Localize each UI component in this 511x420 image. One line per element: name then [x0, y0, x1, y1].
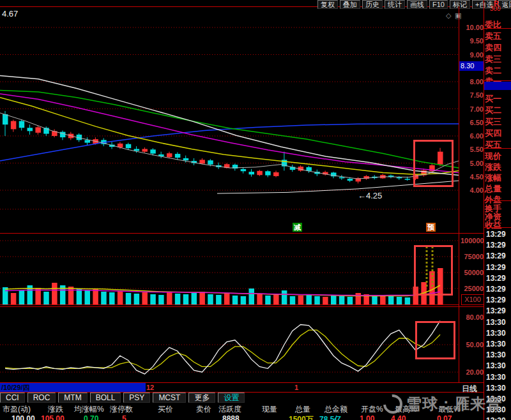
volume-bar [347, 297, 353, 304]
orderbook-label-卖三: 卖三 [485, 54, 501, 65]
sidebar-separator [484, 227, 511, 228]
volume-bar [142, 292, 148, 304]
volume-axis-label: 50000 [461, 269, 484, 276]
tick-time: 13:29 [486, 230, 506, 239]
price-axis-label: 7.50 [461, 91, 484, 99]
indicator-button-设置[interactable]: 设置 [218, 393, 245, 403]
volume-bar [314, 296, 320, 304]
indicator-toolbar: CCIROCMTMBOLLPSYMCST更多设置 [0, 393, 245, 403]
toolbar-button-复权[interactable]: 复权 [317, 0, 338, 9]
status-value: 0.70 [84, 414, 98, 420]
toolbar-button-F10[interactable]: F10 [429, 0, 448, 9]
volume-bar [331, 296, 337, 304]
volume-bar [323, 297, 328, 304]
indicator-button-MTM[interactable]: MTM [58, 393, 87, 403]
volume-bar [397, 297, 402, 304]
tick-time: 13:29 [486, 241, 506, 250]
tick-time: 13:30 [486, 384, 506, 393]
oscillator-panel[interactable] [0, 308, 459, 382]
toolbar-button-标记[interactable]: 标记 [450, 0, 470, 9]
oscillator-line-0 [5, 330, 440, 370]
volume-bar [52, 283, 57, 304]
candle-body [405, 179, 411, 180]
indicator-button-MCST[interactable]: MCST [153, 393, 186, 403]
orderbook-label-总量: 总量 [485, 183, 501, 195]
annotation-box-price [413, 140, 454, 187]
volume-bar [233, 296, 238, 304]
orderbook-label-涨跌: 涨跌 [485, 161, 501, 173]
cursor-date-box[interactable]: /10/29/四 [0, 383, 146, 392]
period-label[interactable]: 日线 [462, 384, 477, 394]
orderbook-label-买五: 买五 [485, 139, 501, 151]
volume-bar [241, 296, 247, 304]
orderbook-label-现价: 现价 [485, 151, 501, 162]
orderbook-label-买一: 买一 [485, 93, 501, 105]
volume-bar [199, 292, 205, 304]
candle-body [19, 121, 25, 128]
status-value: 100.00 [11, 414, 35, 420]
candle-body [27, 128, 33, 131]
status-value: 0.07 [437, 414, 452, 420]
volume-bar [192, 293, 197, 304]
volume-bar [356, 293, 362, 304]
orderbook-label-买二: 买二 [485, 105, 501, 116]
sidebar-separator [484, 80, 511, 81]
volume-bar [158, 295, 164, 304]
price-axis-label: 6.50 [461, 119, 484, 126]
candle-body [11, 121, 17, 130]
sidebar-separator [484, 200, 511, 201]
volume-top-border [0, 233, 484, 234]
volume-bar [77, 289, 82, 304]
orderbook-label-委比: 委比 [485, 19, 501, 31]
tick-time: 13:30 [486, 373, 506, 382]
price-axis-label: 4.00 [461, 186, 484, 194]
tick-time: 13:29 [486, 251, 506, 260]
toolbar-button-历史[interactable]: 历史 [362, 0, 383, 9]
indicator-button-ROC[interactable]: ROC [27, 393, 56, 403]
status-value: 1500万 [289, 414, 314, 420]
volume-bar [118, 291, 123, 304]
status-header-现量: 现量 [262, 404, 277, 415]
event-badge-reduce[interactable]: 减 [293, 223, 302, 232]
tick-time: 13:29 [486, 263, 506, 272]
volume-bar [11, 293, 17, 304]
price-axis-label: 10.00 [461, 24, 484, 31]
indicator-button-BOLL[interactable]: BOLL [90, 393, 121, 403]
tick-time: 13:30 [486, 416, 506, 420]
candle-body [3, 114, 8, 124]
candle-body [35, 127, 41, 133]
candle-body [265, 171, 271, 175]
candle-body [199, 160, 205, 163]
volume-panel[interactable] [0, 234, 459, 306]
volume-axis-label: 75000 [461, 253, 484, 260]
status-value: 5 [122, 414, 126, 420]
indicator-button-CCI[interactable]: CCI [0, 393, 25, 403]
toolbar-button-叠加[interactable]: 叠加 [340, 0, 360, 9]
tick-time: 13:29 [486, 285, 506, 294]
volume-bar [19, 290, 25, 304]
status-header-涨停数: 涨停数 [110, 404, 133, 415]
status-header-均涨幅%: 均涨幅% [74, 404, 104, 415]
event-badge-forecast[interactable]: 预 [426, 223, 436, 232]
status-value: 78.5亿 [319, 414, 342, 420]
sidebar-separator [484, 28, 511, 29]
price-axis-label: 5.00 [461, 160, 484, 167]
toolbar-button-统计[interactable]: 统计 [385, 0, 405, 9]
candle-body [175, 154, 181, 158]
watermark: 雪球：雁来音 [383, 394, 502, 414]
toolbar-button-画线[interactable]: 画线 [407, 0, 427, 9]
diamond-icon[interactable]: ◇ [446, 12, 451, 19]
volume-bar [109, 292, 115, 304]
status-value: 105.00 [41, 414, 65, 420]
candle-body [257, 171, 263, 175]
indicator-button-PSY[interactable]: PSY [123, 393, 150, 403]
annotation-box-volume [414, 245, 453, 296]
volume-bar [265, 296, 271, 304]
candle-body [306, 167, 312, 171]
indicator-button-更多[interactable]: 更多 [188, 393, 215, 403]
status-header-涨跌: 涨跌 [48, 404, 63, 415]
candlestick-panel[interactable] [0, 20, 459, 221]
volume-bar [101, 292, 107, 304]
status-value: 4.40 [391, 414, 406, 420]
volume-bar [208, 294, 213, 304]
